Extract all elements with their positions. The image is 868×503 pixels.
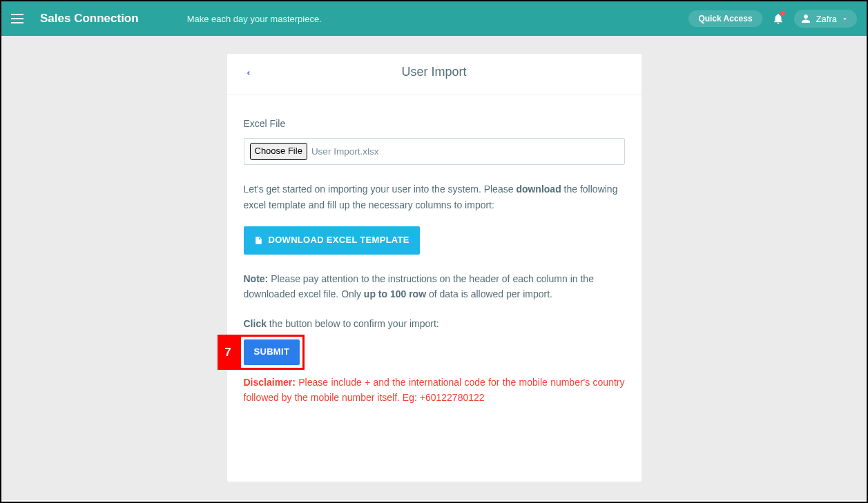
callout-number: 7 [218,335,239,370]
tagline-text: Make each day your masterpiece. [187,14,322,24]
chevron-left-icon [245,68,252,79]
user-name-label: Zafra [816,14,837,24]
submit-callout: SUBMIT 7 [244,339,300,365]
chevron-down-icon [841,15,849,23]
file-icon [254,235,263,246]
user-icon [800,12,812,25]
excel-file-label: Excel File [244,116,625,131]
notification-badge [780,11,785,16]
app-header: Sales Connection Make each day your mast… [1,1,867,36]
hamburger-menu-icon[interactable] [11,10,28,27]
quick-access-button[interactable]: Quick Access [688,10,762,27]
instructions-text: Let's get started on importing your user… [244,181,625,213]
selected-file-name: User Import.xlsx [311,144,379,159]
card-header: User Import [227,54,642,95]
user-import-card: User Import Excel File Choose File User … [227,54,642,482]
notifications-icon[interactable] [772,12,784,26]
disclaimer-text: Disclaimer: Please include + and the int… [244,375,625,406]
note-text: Note: Please pay attention to the instru… [244,271,625,302]
user-menu[interactable]: Zafra [794,10,857,28]
submit-button[interactable]: SUBMIT [244,339,300,365]
click-instruction: Click the button below to confirm your i… [244,316,625,331]
page-title: User Import [245,65,624,79]
download-template-button[interactable]: DOWNLOAD EXCEL TEMPLATE [244,226,420,255]
choose-file-button[interactable]: Choose File [250,143,307,160]
brand-title: Sales Connection [40,12,139,26]
card-body: Excel File Choose File User Import.xlsx … [227,95,642,420]
file-input-row[interactable]: Choose File User Import.xlsx [244,138,625,165]
back-button[interactable] [245,68,252,81]
content-area: User Import Excel File Choose File User … [1,36,867,500]
